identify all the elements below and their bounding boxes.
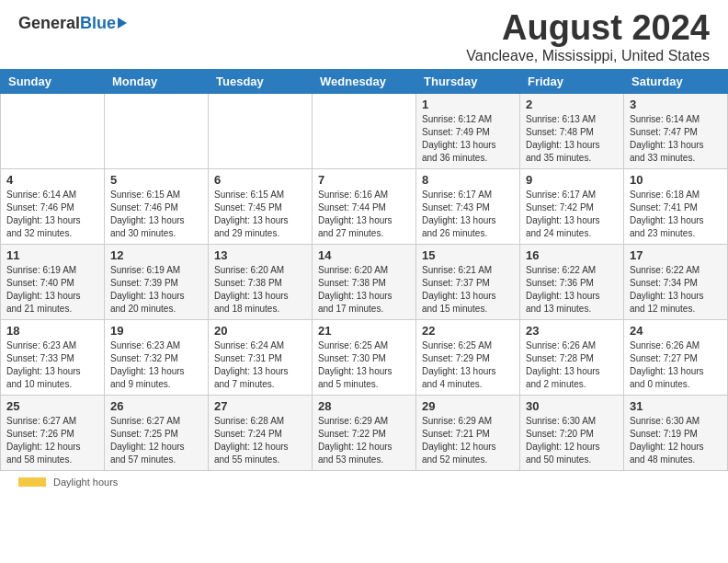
- day-number: 4: [6, 173, 98, 187]
- calendar-week-row: 11Sunrise: 6:19 AM Sunset: 7:40 PM Dayli…: [1, 244, 728, 319]
- day-info: Sunrise: 6:23 AM Sunset: 7:33 PM Dayligh…: [6, 339, 98, 391]
- calendar-cell: 28Sunrise: 6:29 AM Sunset: 7:22 PM Dayli…: [313, 395, 416, 470]
- day-info: Sunrise: 6:14 AM Sunset: 7:46 PM Dayligh…: [6, 189, 98, 240]
- day-info: Sunrise: 6:15 AM Sunset: 7:45 PM Dayligh…: [214, 189, 306, 240]
- calendar-cell: 14Sunrise: 6:20 AM Sunset: 7:38 PM Dayli…: [313, 244, 416, 319]
- calendar-cell: 6Sunrise: 6:15 AM Sunset: 7:45 PM Daylig…: [209, 168, 313, 244]
- day-number: 31: [630, 399, 722, 413]
- logo-arrow-icon: [118, 17, 127, 29]
- calendar-week-row: 1Sunrise: 6:12 AM Sunset: 7:49 PM Daylig…: [1, 93, 728, 168]
- day-number: 23: [526, 324, 618, 338]
- day-info: Sunrise: 6:18 AM Sunset: 7:41 PM Dayligh…: [630, 189, 722, 240]
- day-number: 26: [110, 399, 202, 413]
- calendar-week-row: 18Sunrise: 6:23 AM Sunset: 7:33 PM Dayli…: [1, 319, 728, 395]
- calendar-cell: 5Sunrise: 6:15 AM Sunset: 7:46 PM Daylig…: [105, 168, 209, 244]
- daylight-label: Daylight hours: [53, 477, 118, 488]
- calendar-week-row: 4Sunrise: 6:14 AM Sunset: 7:46 PM Daylig…: [1, 168, 728, 244]
- day-info: Sunrise: 6:22 AM Sunset: 7:34 PM Dayligh…: [630, 264, 722, 316]
- calendar-footer: Daylight hours: [0, 471, 728, 493]
- calendar-cell: 8Sunrise: 6:17 AM Sunset: 7:43 PM Daylig…: [416, 168, 520, 244]
- day-number: 22: [422, 324, 514, 338]
- day-info: Sunrise: 6:23 AM Sunset: 7:32 PM Dayligh…: [110, 339, 202, 391]
- calendar-cell: 9Sunrise: 6:17 AM Sunset: 7:42 PM Daylig…: [520, 168, 624, 244]
- day-number: 29: [422, 399, 514, 413]
- calendar-cell: 7Sunrise: 6:16 AM Sunset: 7:44 PM Daylig…: [313, 168, 416, 244]
- calendar-cell: 11Sunrise: 6:19 AM Sunset: 7:40 PM Dayli…: [1, 244, 105, 319]
- calendar-cell: 19Sunrise: 6:23 AM Sunset: 7:32 PM Dayli…: [105, 319, 209, 395]
- calendar-day-header: Sunday: [1, 69, 105, 93]
- day-number: 12: [110, 248, 202, 262]
- day-info: Sunrise: 6:29 AM Sunset: 7:22 PM Dayligh…: [318, 415, 410, 466]
- day-info: Sunrise: 6:19 AM Sunset: 7:40 PM Dayligh…: [6, 264, 98, 316]
- logo: General Blue: [18, 9, 127, 33]
- calendar-cell: 2Sunrise: 6:13 AM Sunset: 7:48 PM Daylig…: [520, 93, 624, 168]
- title-block: August 2024 Vancleave, Mississippi, Unit…: [466, 9, 710, 64]
- calendar-cell: 20Sunrise: 6:24 AM Sunset: 7:31 PM Dayli…: [209, 319, 313, 395]
- calendar-cell: 13Sunrise: 6:20 AM Sunset: 7:38 PM Dayli…: [209, 244, 313, 319]
- logo-blue-text: Blue: [80, 14, 116, 33]
- day-info: Sunrise: 6:29 AM Sunset: 7:21 PM Dayligh…: [422, 415, 514, 466]
- calendar-day-header: Monday: [105, 69, 209, 93]
- calendar-cell: 17Sunrise: 6:22 AM Sunset: 7:34 PM Dayli…: [624, 244, 728, 319]
- day-number: 17: [630, 248, 722, 262]
- day-number: 16: [526, 248, 618, 262]
- calendar-cell: [1, 93, 105, 168]
- calendar-cell: 12Sunrise: 6:19 AM Sunset: 7:39 PM Dayli…: [105, 244, 209, 319]
- calendar-day-header: Wednesday: [313, 69, 416, 93]
- day-info: Sunrise: 6:15 AM Sunset: 7:46 PM Dayligh…: [110, 189, 202, 240]
- calendar-cell: 31Sunrise: 6:30 AM Sunset: 7:19 PM Dayli…: [624, 395, 728, 470]
- calendar-cell: 29Sunrise: 6:29 AM Sunset: 7:21 PM Dayli…: [416, 395, 520, 470]
- day-info: Sunrise: 6:27 AM Sunset: 7:26 PM Dayligh…: [6, 415, 98, 466]
- day-info: Sunrise: 6:12 AM Sunset: 7:49 PM Dayligh…: [422, 113, 514, 165]
- day-info: Sunrise: 6:27 AM Sunset: 7:25 PM Dayligh…: [110, 415, 202, 466]
- day-number: 2: [526, 98, 618, 111]
- calendar-cell: 26Sunrise: 6:27 AM Sunset: 7:25 PM Dayli…: [105, 395, 209, 470]
- day-number: 7: [318, 173, 410, 187]
- day-number: 8: [422, 173, 514, 187]
- calendar-cell: 1Sunrise: 6:12 AM Sunset: 7:49 PM Daylig…: [416, 93, 520, 168]
- calendar-cell: 30Sunrise: 6:30 AM Sunset: 7:20 PM Dayli…: [520, 395, 624, 470]
- day-info: Sunrise: 6:21 AM Sunset: 7:37 PM Dayligh…: [422, 264, 514, 316]
- day-info: Sunrise: 6:24 AM Sunset: 7:31 PM Dayligh…: [214, 339, 306, 391]
- calendar-week-row: 25Sunrise: 6:27 AM Sunset: 7:26 PM Dayli…: [1, 395, 728, 470]
- calendar-cell: 10Sunrise: 6:18 AM Sunset: 7:41 PM Dayli…: [624, 168, 728, 244]
- page-subtitle: Vancleave, Mississippi, United States: [466, 48, 710, 64]
- day-info: Sunrise: 6:19 AM Sunset: 7:39 PM Dayligh…: [110, 264, 202, 316]
- day-number: 14: [318, 248, 410, 262]
- day-info: Sunrise: 6:14 AM Sunset: 7:47 PM Dayligh…: [630, 113, 722, 165]
- calendar-day-header: Friday: [520, 69, 624, 93]
- day-info: Sunrise: 6:20 AM Sunset: 7:38 PM Dayligh…: [214, 264, 306, 316]
- day-number: 27: [214, 399, 306, 413]
- day-number: 1: [422, 98, 514, 111]
- calendar-cell: 21Sunrise: 6:25 AM Sunset: 7:30 PM Dayli…: [313, 319, 416, 395]
- calendar-cell: 25Sunrise: 6:27 AM Sunset: 7:26 PM Dayli…: [1, 395, 105, 470]
- day-number: 21: [318, 324, 410, 338]
- day-number: 18: [6, 324, 98, 338]
- calendar-cell: 24Sunrise: 6:26 AM Sunset: 7:27 PM Dayli…: [624, 319, 728, 395]
- day-number: 5: [110, 173, 202, 187]
- day-info: Sunrise: 6:26 AM Sunset: 7:27 PM Dayligh…: [630, 339, 722, 391]
- calendar-header-row: SundayMondayTuesdayWednesdayThursdayFrid…: [1, 69, 728, 93]
- calendar-cell: 3Sunrise: 6:14 AM Sunset: 7:47 PM Daylig…: [624, 93, 728, 168]
- day-info: Sunrise: 6:16 AM Sunset: 7:44 PM Dayligh…: [318, 189, 410, 240]
- day-number: 6: [214, 173, 306, 187]
- day-number: 9: [526, 173, 618, 187]
- day-info: Sunrise: 6:20 AM Sunset: 7:38 PM Dayligh…: [318, 264, 410, 316]
- day-info: Sunrise: 6:30 AM Sunset: 7:19 PM Dayligh…: [630, 415, 722, 466]
- day-info: Sunrise: 6:13 AM Sunset: 7:48 PM Dayligh…: [526, 113, 618, 165]
- day-info: Sunrise: 6:28 AM Sunset: 7:24 PM Dayligh…: [214, 415, 306, 466]
- calendar-cell: [313, 93, 416, 168]
- day-info: Sunrise: 6:26 AM Sunset: 7:28 PM Dayligh…: [526, 339, 618, 391]
- calendar-cell: [105, 93, 209, 168]
- page-header: General Blue August 2024 Vancleave, Miss…: [0, 0, 728, 69]
- day-number: 25: [6, 399, 98, 413]
- day-info: Sunrise: 6:25 AM Sunset: 7:29 PM Dayligh…: [422, 339, 514, 391]
- page-title: August 2024: [466, 9, 710, 48]
- daylight-bar-icon: [18, 477, 46, 487]
- day-info: Sunrise: 6:17 AM Sunset: 7:42 PM Dayligh…: [526, 189, 618, 240]
- calendar-cell: 4Sunrise: 6:14 AM Sunset: 7:46 PM Daylig…: [1, 168, 105, 244]
- day-number: 13: [214, 248, 306, 262]
- calendar-cell: 16Sunrise: 6:22 AM Sunset: 7:36 PM Dayli…: [520, 244, 624, 319]
- day-info: Sunrise: 6:22 AM Sunset: 7:36 PM Dayligh…: [526, 264, 618, 316]
- day-number: 15: [422, 248, 514, 262]
